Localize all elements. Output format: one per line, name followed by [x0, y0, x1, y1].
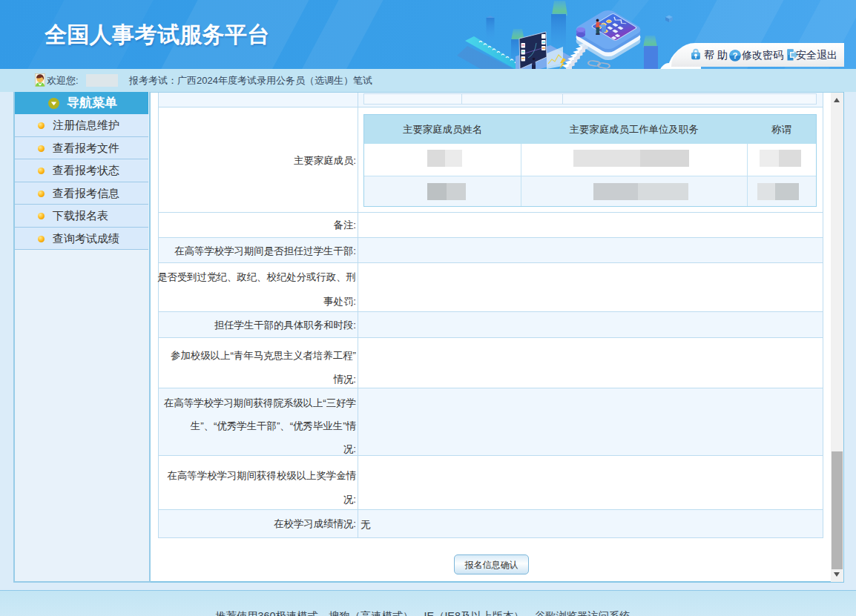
svg-text:?: ?: [732, 51, 737, 60]
